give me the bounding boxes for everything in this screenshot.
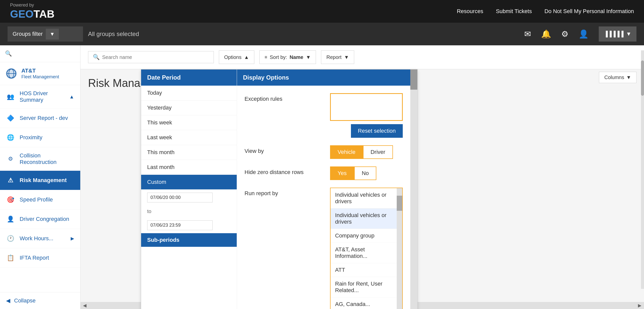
sidebar-search-area: 🔍 <box>0 45 80 62</box>
sidebar-item-label: Work Hours... <box>20 235 53 242</box>
workhours-icon: 🕐 <box>6 234 15 243</box>
reset-selection-button[interactable]: Reset selection <box>351 124 403 138</box>
date-option-last-month[interactable]: Last month <box>141 160 237 175</box>
date-option-yesterday[interactable]: Yesterday <box>141 100 237 115</box>
run-report-item-3[interactable]: ATT <box>331 263 402 277</box>
congregation-icon: 👤 <box>6 215 15 224</box>
run-report-dropdown[interactable]: Individual vehicles or drivers Individua… <box>330 188 403 309</box>
date-period-header: Date Period <box>141 70 237 86</box>
sidebar-item-label: Proximity <box>20 134 42 141</box>
run-report-row: Run report by Individual vehicles or dri… <box>245 188 403 309</box>
hide-zero-no-button[interactable]: No <box>354 166 376 180</box>
sidebar-item-label: Risk Management <box>20 177 67 184</box>
collapse-label: Collapse <box>14 297 36 304</box>
groups-filter-label: Groups filter <box>13 31 43 37</box>
exception-rules-label: Exception rules <box>245 93 325 102</box>
sidebar-item-proximity[interactable]: 🌐 Proximity <box>0 128 80 147</box>
columns-button[interactable]: Columns ▼ <box>599 72 636 83</box>
date-option-custom[interactable]: Custom <box>141 175 237 190</box>
sidebar-company-info: AT&T Fleet Management <box>21 67 59 79</box>
run-report-scrollbar[interactable] <box>397 188 402 309</box>
submit-tickets-link[interactable]: Submit Tickets <box>496 8 532 15</box>
exception-rules-input[interactable] <box>330 93 403 121</box>
user-name-text: ▐▐▐▐▐ <box>604 31 623 37</box>
run-report-item-5[interactable]: AG, Canada... <box>331 297 402 309</box>
run-report-item-4[interactable]: Rain for Rent, User Related... <box>331 277 402 297</box>
sort-value: Name <box>290 54 303 60</box>
date-option-today[interactable]: Today <box>141 86 237 100</box>
report-arrow-icon: ▼ <box>344 54 349 60</box>
date-to-label-row: to <box>141 205 237 217</box>
proximity-icon: 🌐 <box>6 133 15 142</box>
outer-scrollbar[interactable] <box>410 70 417 309</box>
date-option-this-week[interactable]: This week <box>141 115 237 130</box>
server-icon: 🔷 <box>6 114 15 123</box>
sub-periods-header: Sub-periods <box>141 233 237 247</box>
sidebar-item-driver-congregation[interactable]: 👤 Driver Congregation <box>0 210 80 229</box>
run-report-item-1[interactable]: Company group <box>331 229 402 243</box>
collapse-arrow-icon: ◀ <box>6 297 10 304</box>
hide-zero-label: Hide zero distance rows <box>245 166 325 176</box>
run-report-control: Individual vehicles or drivers Individua… <box>330 188 403 309</box>
sort-label: Sort by: <box>270 54 287 60</box>
date-option-this-month[interactable]: This month <box>141 145 237 160</box>
display-options-body: Exception rules Reset selection View by <box>237 86 410 309</box>
sidebar-search-input[interactable]: 🔍 <box>5 50 75 57</box>
sidebar-item-label: HOS Driver Summary <box>20 90 65 103</box>
scroll-left-icon[interactable]: ◀ <box>80 303 89 308</box>
date-to-input[interactable] <box>147 220 213 230</box>
hos-icon: 👥 <box>6 92 15 101</box>
view-by-driver-button[interactable]: Driver <box>363 145 393 159</box>
sidebar-item-label: Collision Reconstruction <box>20 152 74 165</box>
sidebar-item-server-report[interactable]: 🔷 Server Report - dev <box>0 109 80 128</box>
top-icons-group: ✉ 🔔 ⚙ 👤 ▐▐▐▐▐ ▼ <box>524 26 636 42</box>
collapse-button[interactable]: ◀ Collapse <box>0 292 80 309</box>
run-report-selected: Individual vehicles or drivers <box>331 188 402 208</box>
sidebar-item-hos-driver-summary[interactable]: 👥 HOS Driver Summary ▲ <box>0 85 80 109</box>
options-button[interactable]: Options ▲ <box>219 50 254 64</box>
run-report-item-0[interactable]: Individual vehicles or drivers <box>331 209 402 229</box>
all-groups-text: All groups selected <box>88 30 139 38</box>
sidebar-item-speed-profile[interactable]: 🎯 Speed Profile <box>0 190 80 210</box>
exception-rules-control: Reset selection <box>330 93 403 138</box>
scroll-right-icon[interactable]: ▶ <box>635 303 644 308</box>
collapse-chevron: ▲ <box>69 94 74 100</box>
run-report-label: Run report by <box>245 188 325 197</box>
date-option-last-week[interactable]: Last week <box>141 130 237 145</box>
expand-arrow-icon: ▶ <box>71 236 74 241</box>
sidebar-header: AT&T Fleet Management <box>0 62 80 85</box>
user-dropdown-button[interactable]: ▐▐▐▐▐ ▼ <box>599 26 636 42</box>
view-by-vehicle-button[interactable]: Vehicle <box>330 145 363 159</box>
logo-area: Powered by GEOTAB <box>10 3 55 20</box>
sidebar-item-label: Speed Profile <box>20 196 53 203</box>
display-options-header: Display Options <box>237 70 410 86</box>
sidebar: 🔍 AT&T Fleet Management 👥 HOS <box>0 45 80 309</box>
groups-filter-button[interactable]: Groups filter ▼ <box>8 26 83 42</box>
view-by-label: View by <box>245 145 325 154</box>
user-icon-button[interactable]: 👤 <box>579 29 589 39</box>
report-button[interactable]: Report ▼ <box>321 50 354 64</box>
sort-lines-icon: ≡ <box>265 55 267 60</box>
hide-zero-toggle-group: Yes No <box>330 166 403 180</box>
search-box[interactable]: 🔍 <box>88 51 214 63</box>
settings-icon-button[interactable]: ⚙ <box>561 29 569 39</box>
run-report-list: Individual vehicles or drivers Company g… <box>331 208 402 309</box>
do-not-sell-link[interactable]: Do Not Sell My Personal Information <box>544 8 634 15</box>
ifta-icon: 📋 <box>6 253 15 262</box>
search-input[interactable] <box>102 54 209 60</box>
sidebar-item-risk-management[interactable]: ⚠ Risk Management <box>0 171 80 190</box>
hide-zero-yes-button[interactable]: Yes <box>330 166 354 180</box>
bell-icon-button[interactable]: 🔔 <box>541 29 551 39</box>
risk-icon: ⚠ <box>6 176 15 185</box>
resources-link[interactable]: Resources <box>457 8 483 15</box>
sidebar-item-ifta-report[interactable]: 📋 IFTA Report <box>0 248 80 268</box>
date-from-input[interactable] <box>147 193 213 202</box>
run-report-item-2[interactable]: AT&T, Asset Information... <box>331 243 402 263</box>
sidebar-item-work-hours[interactable]: 🕐 Work Hours... ▶ <box>0 229 80 248</box>
mail-icon-button[interactable]: ✉ <box>524 29 531 39</box>
sidebar-item-collision-reconstruction[interactable]: ⚙ Collision Reconstruction <box>0 147 80 171</box>
sort-button[interactable]: ≡ Sort by: Name ▼ <box>259 50 316 64</box>
company-name: AT&T <box>21 67 59 74</box>
sidebar-item-label: Server Report - dev <box>20 115 68 121</box>
options-up-arrow-icon: ▲ <box>244 54 249 60</box>
